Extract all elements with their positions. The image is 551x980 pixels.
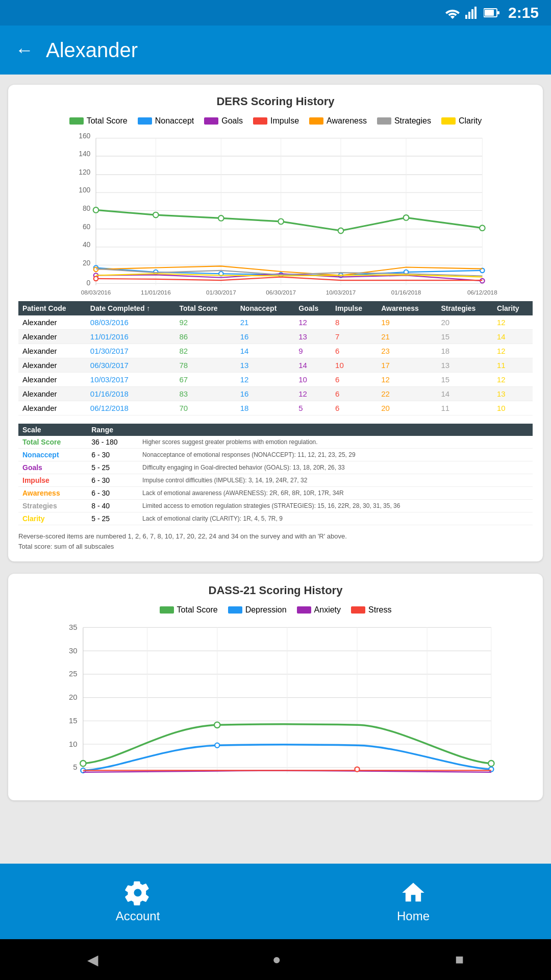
svg-point-39 (93, 207, 99, 213)
svg-point-42 (278, 219, 284, 225)
svg-text:30: 30 (69, 647, 78, 655)
table-row: Alexander01/30/2017821496231812 (18, 344, 533, 358)
svg-point-41 (218, 215, 224, 221)
svg-point-43 (338, 228, 344, 234)
status-time: 2:15 (508, 4, 539, 21)
svg-rect-1 (468, 12, 470, 19)
android-recents-button[interactable]: ■ (455, 951, 464, 968)
nav-home-label: Home (397, 909, 430, 923)
svg-rect-6 (497, 11, 499, 14)
legend-strategies: Strategies (377, 116, 431, 126)
dass-legend: Total Score Depression Anxiety Stress (18, 605, 533, 615)
status-icons (445, 7, 500, 19)
ders-legend: Total Score Nonaccept Goals Impulse Awar… (18, 116, 533, 126)
svg-point-45 (480, 225, 485, 231)
battery-icon (484, 7, 500, 19)
svg-rect-2 (471, 9, 473, 19)
legend-clarity: Clarity (441, 116, 482, 126)
svg-text:20: 20 (69, 693, 78, 701)
scale-row: Nonaccept6 - 30Nonacceptance of emotiona… (18, 449, 533, 461)
nav-home[interactable]: Home (276, 879, 551, 923)
svg-point-78 (80, 761, 86, 766)
table-row: Alexander06/12/2018701856201110 (18, 401, 533, 415)
android-nav: ◀ ● ■ (0, 939, 551, 980)
svg-point-84 (355, 767, 359, 772)
svg-rect-0 (465, 15, 467, 19)
svg-point-55 (94, 277, 98, 281)
table-row: Alexander01/16/20188316126221413 (18, 387, 533, 401)
svg-text:08/03/2016: 08/03/2016 (81, 289, 111, 296)
scale-row: Impulse6 - 30Impulse control difficultie… (18, 474, 533, 487)
svg-point-40 (153, 212, 159, 218)
dass-chart: 35 30 25 20 15 10 5 (18, 622, 533, 785)
app-header: ← Alexander (0, 26, 551, 75)
ders-card: DERS Scoring History Total Score Nonacce… (8, 85, 543, 561)
svg-text:5: 5 (73, 763, 77, 771)
android-home-button[interactable]: ● (272, 951, 281, 968)
legend-color-totalscore (69, 117, 84, 125)
svg-text:60: 60 (83, 223, 91, 231)
scale-row: Total Score36 - 180Higher scores suggest… (18, 436, 533, 449)
bottom-nav: Account Home (0, 864, 551, 939)
table-row: Alexander06/30/201778131410171311 (18, 358, 533, 373)
legend-color-clarity (441, 117, 456, 125)
scale-row: Strategies8 - 40Limited access to emotio… (18, 500, 533, 512)
main-content: DERS Scoring History Total Score Nonacce… (0, 75, 551, 864)
svg-text:25: 25 (69, 670, 78, 678)
svg-text:10: 10 (69, 740, 78, 748)
svg-point-44 (404, 215, 409, 220)
home-icon (400, 879, 427, 906)
nav-account[interactable]: Account (0, 879, 276, 923)
legend-totalscore: Total Score (69, 116, 128, 126)
svg-text:11/01/2016: 11/01/2016 (141, 289, 171, 296)
svg-text:01/16/2018: 01/16/2018 (391, 289, 421, 296)
dass-legend-total: Total Score (160, 605, 218, 615)
svg-text:0: 0 (87, 279, 91, 287)
dass-legend-anxiety: Anxiety (297, 605, 341, 615)
svg-text:06/30/2017: 06/30/2017 (266, 289, 296, 296)
svg-point-80 (488, 761, 494, 766)
legend-color-impulse (253, 117, 267, 125)
table-row: Alexander08/03/20169221128192012 (18, 315, 533, 330)
legend-color-nonaccept (138, 117, 152, 125)
svg-text:120: 120 (79, 168, 90, 176)
svg-point-54 (480, 279, 485, 283)
svg-text:01/30/2017: 01/30/2017 (206, 289, 236, 296)
svg-rect-5 (485, 10, 494, 16)
svg-text:140: 140 (79, 150, 90, 158)
scale-row: Awareness6 - 30Lack of emotional awarene… (18, 487, 533, 500)
svg-point-79 (214, 722, 220, 728)
nav-account-label: Account (116, 909, 160, 923)
legend-color-strategies (377, 117, 391, 125)
table-row: Alexander11/01/20168616137211514 (18, 330, 533, 344)
legend-color-goals (204, 117, 218, 125)
back-button[interactable]: ← (15, 39, 34, 61)
dass-legend-stress: Stress (351, 605, 391, 615)
svg-text:160: 160 (79, 133, 90, 140)
ders-data-table: Patient Code Date Completed ↑ Total Scor… (18, 301, 533, 415)
ders-scale-table: Scale Range Total Score36 - 180Higher sc… (18, 424, 533, 525)
dass-card: DASS-21 Scoring History Total Score Depr… (8, 574, 543, 800)
svg-text:10/03/2017: 10/03/2017 (326, 289, 356, 296)
ders-title: DERS Scoring History (18, 95, 533, 108)
ders-chart: 0 20 40 60 80 100 120 140 160 08/03/2016 (18, 133, 533, 296)
svg-text:15: 15 (69, 717, 78, 725)
svg-text:100: 100 (79, 186, 90, 194)
svg-rect-3 (474, 7, 477, 19)
svg-text:80: 80 (83, 204, 91, 212)
legend-awareness: Awareness (309, 116, 367, 126)
android-back-button[interactable]: ◀ (87, 951, 98, 968)
gear-icon (124, 879, 151, 906)
dass-legend-depression: Depression (228, 605, 287, 615)
status-bar: 2:15 (0, 0, 551, 26)
wifi-icon (445, 7, 460, 19)
legend-color-awareness (309, 117, 323, 125)
svg-text:35: 35 (69, 623, 78, 631)
scale-row: Goals5 - 25Difficulty engaging in Goal-d… (18, 461, 533, 474)
svg-text:40: 40 (83, 240, 91, 249)
svg-text:20: 20 (83, 259, 91, 267)
legend-goals: Goals (204, 116, 243, 126)
legend-impulse: Impulse (253, 116, 299, 126)
legend-nonaccept: Nonaccept (138, 116, 194, 126)
page-title: Alexander (46, 39, 138, 62)
